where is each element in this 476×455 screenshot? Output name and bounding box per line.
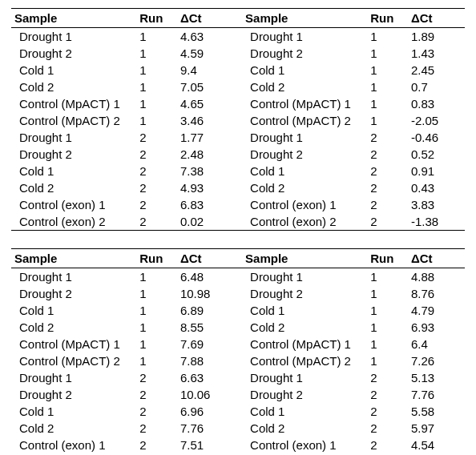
cell-run-left: 2 (136, 403, 177, 420)
cell-run-right: 2 (367, 369, 408, 386)
cell-dct-right: 4.54 (408, 437, 465, 453)
cell-gap (234, 179, 242, 196)
col-dct-right: ΔCt (408, 249, 465, 268)
cell-run-right: 2 (367, 146, 408, 163)
cell-sample-right: Cold 1 (242, 302, 367, 319)
cell-gap (234, 420, 242, 437)
cell-run-right: 1 (367, 45, 408, 62)
cell-dct-right: 0.43 (408, 179, 465, 196)
cell-run-right: 2 (367, 403, 408, 420)
col-sample-left: Sample (11, 9, 136, 28)
cell-sample-left: Cold 1 (11, 62, 136, 79)
cell-dct-right: 1.43 (408, 45, 465, 62)
cell-gap (234, 403, 242, 420)
cell-dct-left: 8.55 (177, 319, 234, 336)
cell-dct-left: 6.83 (177, 196, 234, 213)
table-row: Cold 126.96Cold 125.58 (11, 403, 465, 420)
table-row: Drought 121.77Drought 12-0.46 (11, 129, 465, 146)
cell-gap (234, 319, 242, 336)
cell-run-left: 2 (136, 163, 177, 179)
cell-run-left: 2 (136, 386, 177, 403)
table-row: Cold 224.93Cold 220.43 (11, 179, 465, 196)
cell-run-left: 1 (136, 62, 177, 79)
cell-dct-left: 7.51 (177, 437, 234, 453)
cell-run-right: 1 (367, 302, 408, 319)
cell-run-right: 2 (367, 420, 408, 437)
cell-sample-right: Control (MpACT) 2 (242, 112, 367, 129)
table-row: Cold 217.05Cold 210.7 (11, 79, 465, 95)
cell-dct-right: 5.97 (408, 420, 465, 437)
cell-dct-right: 1.89 (408, 28, 465, 46)
cell-run-right: 2 (367, 163, 408, 179)
col-sample-right: Sample (242, 249, 367, 268)
table-row: Cold 227.76Cold 225.97 (11, 420, 465, 437)
cell-run-right: 1 (367, 319, 408, 336)
table-row: Drought 214.59Drought 211.43 (11, 45, 465, 62)
data-table-2: Sample Run ΔCt Sample Run ΔCt Drought 11… (11, 248, 465, 455)
cell-dct-left: 7.38 (177, 163, 234, 179)
cell-dct-right: 0.83 (408, 95, 465, 112)
cell-sample-left: Cold 2 (11, 179, 136, 196)
cell-run-left: 1 (136, 302, 177, 319)
cell-sample-left: Drought 2 (11, 45, 136, 62)
table-row: Control (MpACT) 114.65Control (MpACT) 11… (11, 95, 465, 112)
cell-sample-left: Drought 2 (11, 285, 136, 302)
cell-sample-left: Cold 1 (11, 403, 136, 420)
cell-run-left: 1 (136, 268, 177, 286)
cell-run-right: 2 (367, 129, 408, 146)
cell-run-left: 1 (136, 95, 177, 112)
cell-gap (234, 302, 242, 319)
cell-dct-right: 6.4 (408, 336, 465, 352)
cell-run-left: 1 (136, 45, 177, 62)
col-dct-left: ΔCt (177, 9, 234, 28)
cell-sample-right: Control (MpACT) 1 (242, 95, 367, 112)
cell-sample-left: Drought 1 (11, 268, 136, 286)
cell-dct-left: 9.4 (177, 62, 234, 79)
cell-gap (234, 285, 242, 302)
cell-sample-right: Control (exon) 1 (242, 196, 367, 213)
cell-dct-right: 3.83 (408, 196, 465, 213)
cell-dct-right: 7.76 (408, 386, 465, 403)
cell-run-right: 1 (367, 285, 408, 302)
cell-gap (234, 62, 242, 79)
col-run-right: Run (367, 9, 408, 28)
cell-sample-right: Drought 2 (242, 285, 367, 302)
cell-run-left: 2 (136, 196, 177, 213)
cell-sample-right: Control (exon) 1 (242, 437, 367, 453)
cell-run-right: 2 (367, 437, 408, 453)
cell-sample-right: Cold 1 (242, 62, 367, 79)
cell-sample-right: Cold 2 (242, 179, 367, 196)
cell-dct-right: 0.7 (408, 79, 465, 95)
cell-run-right: 1 (367, 28, 408, 46)
table-row: Drought 2110.98Drought 218.76 (11, 285, 465, 302)
cell-run-right: 1 (367, 352, 408, 369)
col-run-right: Run (367, 249, 408, 268)
col-gap (234, 9, 242, 28)
cell-run-left: 2 (136, 146, 177, 163)
cell-gap (234, 268, 242, 286)
cell-gap (234, 112, 242, 129)
table-row: Control (MpACT) 213.46Control (MpACT) 21… (11, 112, 465, 129)
cell-sample-left: Drought 1 (11, 129, 136, 146)
cell-dct-right: 6.93 (408, 319, 465, 336)
cell-gap (234, 163, 242, 179)
cell-dct-right: 2.45 (408, 62, 465, 79)
cell-sample-left: Cold 2 (11, 420, 136, 437)
cell-run-right: 1 (367, 268, 408, 286)
cell-sample-right: Drought 1 (242, 268, 367, 286)
cell-sample-right: Drought 1 (242, 369, 367, 386)
cell-dct-right: 5.58 (408, 403, 465, 420)
cell-run-left: 2 (136, 213, 177, 231)
table-row: Drought 116.48Drought 114.88 (11, 268, 465, 286)
cell-run-right: 1 (367, 79, 408, 95)
data-table-1: Sample Run ΔCt Sample Run ΔCt Drought 11… (11, 8, 465, 231)
cell-gap (234, 437, 242, 453)
table-row: Control (MpACT) 217.88Control (MpACT) 21… (11, 352, 465, 369)
cell-sample-right: Drought 2 (242, 146, 367, 163)
cell-run-right: 1 (367, 112, 408, 129)
cell-run-right: 1 (367, 62, 408, 79)
cell-dct-right: 5.13 (408, 369, 465, 386)
cell-gap (234, 196, 242, 213)
cell-dct-left: 4.63 (177, 28, 234, 46)
cell-run-left: 2 (136, 179, 177, 196)
